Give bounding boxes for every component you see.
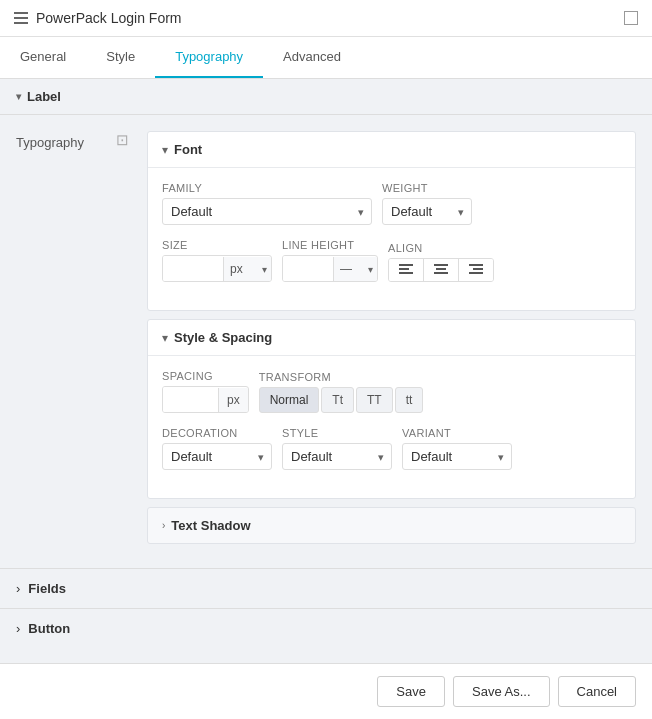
align-left-button[interactable] bbox=[389, 259, 424, 281]
section-label-title: Label bbox=[27, 89, 61, 104]
tab-advanced[interactable]: Advanced bbox=[263, 37, 361, 78]
font-panel-body: Family Default Arial Georgia Helvetica bbox=[148, 168, 635, 310]
variant-select-wrapper[interactable]: Default Normal Small-caps bbox=[402, 443, 512, 470]
size-unit-dropdown[interactable]: px em rem % bbox=[224, 257, 271, 281]
lineheight-input[interactable] bbox=[283, 256, 333, 281]
footer: Save Save As... Cancel bbox=[0, 663, 652, 719]
transform-field-group: Transform Normal Tt TT tt bbox=[259, 371, 424, 413]
family-field-group: Family Default Arial Georgia Helvetica bbox=[162, 182, 372, 225]
style-field-group: Style Default Normal Italic Oblique bbox=[282, 427, 392, 470]
typography-label: Typography bbox=[16, 131, 116, 150]
hamburger-icon[interactable] bbox=[14, 12, 28, 24]
save-button[interactable]: Save bbox=[377, 676, 445, 707]
family-label: Family bbox=[162, 182, 372, 194]
lineheight-unit-dropdown[interactable]: — px em bbox=[334, 257, 377, 281]
transform-group: Normal Tt TT tt bbox=[259, 387, 424, 413]
style-select-wrapper[interactable]: Default Normal Italic Oblique bbox=[282, 443, 392, 470]
style-spacing-panel-body: Spacing px Transform Normal bbox=[148, 356, 635, 498]
text-shadow-label: Text Shadow bbox=[171, 518, 250, 533]
save-as-button[interactable]: Save As... bbox=[453, 676, 550, 707]
family-select-wrapper[interactable]: Default Arial Georgia Helvetica bbox=[162, 198, 372, 225]
lineheight-unit-select[interactable]: — px em bbox=[333, 257, 377, 281]
variant-label: Variant bbox=[402, 427, 512, 439]
chevron-down-icon: ▾ bbox=[162, 143, 168, 157]
type-icon-row: ⊡ ▾ Font Family bbox=[116, 131, 636, 552]
spacing-input-group: px bbox=[162, 386, 249, 413]
chevron-down-icon: ▾ bbox=[162, 331, 168, 345]
spacing-label: Spacing bbox=[162, 370, 249, 382]
decoration-field-group: Decoration Default None Underline Line-t… bbox=[162, 427, 272, 470]
transform-normal-button[interactable]: Normal bbox=[259, 387, 320, 413]
weight-select[interactable]: Default 400 700 bbox=[382, 198, 472, 225]
svg-rect-5 bbox=[434, 272, 448, 274]
spacing-field-group: Spacing px bbox=[162, 370, 249, 413]
lineheight-label: Line Height bbox=[282, 239, 378, 251]
chevron-right-icon: › bbox=[16, 581, 20, 596]
align-center-button[interactable] bbox=[424, 259, 459, 281]
main-content: ▾ Label Typography ⊡ ▾ Font bbox=[0, 79, 652, 648]
variant-select[interactable]: Default Normal Small-caps bbox=[402, 443, 512, 470]
typography-row: Typography ⊡ ▾ Font bbox=[0, 115, 652, 568]
title-bar: PowerPack Login Form bbox=[0, 0, 652, 37]
weight-select-wrapper[interactable]: Default 400 700 bbox=[382, 198, 472, 225]
size-label: Size bbox=[162, 239, 272, 251]
transform-capitalize-button[interactable]: Tt bbox=[321, 387, 354, 413]
style-select[interactable]: Default Normal Italic Oblique bbox=[282, 443, 392, 470]
font-panel: ▾ Font Family Default bbox=[147, 131, 636, 311]
chevron-right-icon: › bbox=[162, 520, 165, 531]
size-input[interactable] bbox=[163, 256, 223, 281]
style-label: Style bbox=[282, 427, 392, 439]
tab-general[interactable]: General bbox=[0, 37, 86, 78]
lineheight-field-group: Line Height — px em bbox=[282, 239, 378, 282]
svg-rect-6 bbox=[469, 264, 483, 266]
weight-label: Weight bbox=[382, 182, 472, 194]
spacing-unit: px bbox=[218, 388, 248, 412]
size-lineheight-align-row: Size px em rem % bbox=[162, 239, 621, 282]
style-spacing-panel: ▾ Style & Spacing Spacing px bbox=[147, 319, 636, 499]
svg-rect-1 bbox=[399, 268, 409, 270]
section-label-header[interactable]: ▾ Label bbox=[0, 79, 652, 115]
align-group bbox=[388, 258, 494, 282]
align-label: Align bbox=[388, 242, 494, 254]
spacing-input[interactable] bbox=[163, 387, 218, 412]
monitor-icon: ⊡ bbox=[116, 131, 129, 149]
svg-rect-8 bbox=[469, 272, 483, 274]
chevron-right-icon: › bbox=[16, 621, 20, 636]
tab-typography[interactable]: Typography bbox=[155, 37, 263, 78]
size-unit-select[interactable]: px em rem % bbox=[223, 257, 271, 281]
decoration-label: Decoration bbox=[162, 427, 272, 439]
minimize-icon[interactable] bbox=[624, 11, 638, 25]
window-title: PowerPack Login Form bbox=[36, 10, 182, 26]
section-fields-header[interactable]: › Fields bbox=[0, 568, 652, 608]
decoration-style-variant-row: Decoration Default None Underline Line-t… bbox=[162, 427, 621, 470]
decoration-select-wrapper[interactable]: Default None Underline Line-through bbox=[162, 443, 272, 470]
section-button-title: Button bbox=[28, 621, 70, 636]
spacing-transform-row: Spacing px Transform Normal bbox=[162, 370, 621, 413]
font-panel-header[interactable]: ▾ Font bbox=[148, 132, 635, 168]
text-shadow-panel[interactable]: › Text Shadow bbox=[147, 507, 636, 544]
decoration-select[interactable]: Default None Underline Line-through bbox=[162, 443, 272, 470]
chevron-down-icon: ▾ bbox=[16, 91, 21, 102]
style-spacing-panel-title: Style & Spacing bbox=[174, 330, 272, 345]
tab-style[interactable]: Style bbox=[86, 37, 155, 78]
svg-rect-4 bbox=[436, 268, 446, 270]
cancel-button[interactable]: Cancel bbox=[558, 676, 636, 707]
size-input-group: px em rem % bbox=[162, 255, 272, 282]
lineheight-input-group: — px em bbox=[282, 255, 378, 282]
transform-lowercase-button[interactable]: tt bbox=[395, 387, 424, 413]
svg-rect-0 bbox=[399, 264, 413, 266]
svg-rect-7 bbox=[473, 268, 483, 270]
align-right-button[interactable] bbox=[459, 259, 493, 281]
svg-rect-3 bbox=[434, 264, 448, 266]
style-spacing-panel-header[interactable]: ▾ Style & Spacing bbox=[148, 320, 635, 356]
size-field-group: Size px em rem % bbox=[162, 239, 272, 282]
section-fields-title: Fields bbox=[28, 581, 66, 596]
transform-label: Transform bbox=[259, 371, 424, 383]
section-button-header[interactable]: › Button bbox=[0, 608, 652, 648]
align-field-group: Align bbox=[388, 242, 494, 282]
family-select[interactable]: Default Arial Georgia Helvetica bbox=[162, 198, 372, 225]
variant-field-group: Variant Default Normal Small-caps bbox=[402, 427, 512, 470]
transform-uppercase-button[interactable]: TT bbox=[356, 387, 393, 413]
svg-rect-2 bbox=[399, 272, 413, 274]
panels-container: ▾ Font Family Default bbox=[147, 131, 636, 552]
